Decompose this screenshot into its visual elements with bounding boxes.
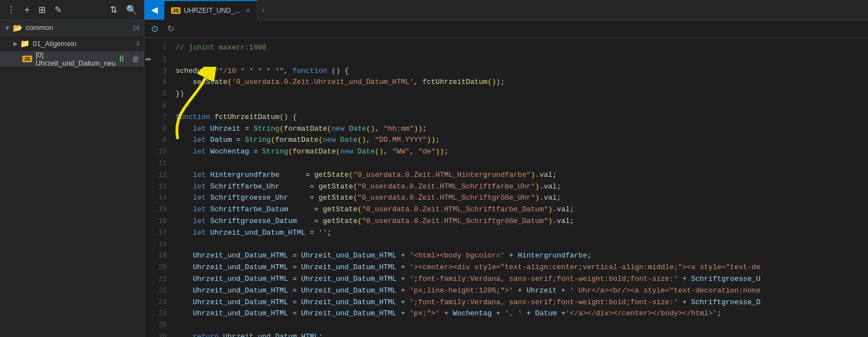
tab-js-badge: JS	[171, 7, 180, 14]
refresh-icon[interactable]: ↻	[165, 22, 177, 35]
folder-name: common	[26, 23, 133, 32]
new-file-icon[interactable]: ⊞	[36, 2, 48, 17]
sidebar: ⋮ + ⊞ ✎ ⇅ 🔍 ▼ 📂 common 14 ▶ 📁 01_Allgeme…	[0, 0, 144, 337]
code-line-7: 7 function fctUhrzeitDatum() {	[144, 112, 868, 123]
code-line-8: 8 let Uhrzeit = String(formatDate(new Da…	[144, 123, 868, 135]
code-line-19: 19 Uhrzeit_und_Datum_HTML = Uhrzeit_und_…	[144, 250, 868, 262]
file-name: [0] Uhrzeit_und_Datum_neu	[36, 51, 116, 67]
target-icon[interactable]: ⊙	[149, 22, 160, 35]
subfolder-count: 3	[136, 40, 139, 47]
code-line-20: 20 Uhrzeit_und_Datum_HTML = Uhrzeit_und_…	[144, 262, 868, 274]
code-line-18: 18	[144, 239, 868, 251]
code-line-1: 1 // jshint maxerr:1000	[144, 42, 868, 54]
tab-bar: ◀ JS UHRZEIT_UND_... × ›	[144, 0, 868, 20]
export-button[interactable]: ➦	[144, 53, 153, 65]
tab-nav-back-button[interactable]: ◀	[144, 0, 164, 19]
editor-area: ◀ JS UHRZEIT_UND_... × › ⊙ ↻ 1 // jshint…	[144, 0, 868, 337]
code-line-25: 25	[144, 320, 868, 331]
subfolder-name: 01_Allgemein	[33, 39, 136, 48]
folder-closed-icon: 📁	[20, 39, 29, 48]
code-line-5: 5 })	[144, 88, 868, 100]
code-line-21: 21 Uhrzeit_und_Datum_HTML = Uhrzeit_und_…	[144, 274, 868, 285]
code-line-12: 12 let Hintergrundfarbe = getState("0_us…	[144, 170, 868, 181]
code-line-4: 4 setState('0_userdata.0.Zeit.Uhrzeit_un…	[144, 77, 868, 88]
code-line-23: 23 Uhrzeit_und_Datum_HTML = Uhrzeit_und_…	[144, 297, 868, 309]
sidebar-toolbar: ⋮ + ⊞ ✎ ⇅ 🔍	[0, 0, 144, 20]
code-line-9: 9 let Datum = String(formatDate(new Date…	[144, 135, 868, 146]
editor-toolbar: ⊙ ↻	[144, 20, 868, 38]
code-line-17: 17 let Uhrzeit_und_Datum_HTML = '';	[144, 227, 868, 239]
dots-icon[interactable]: ⋮	[4, 2, 18, 17]
js-badge: JS	[22, 56, 32, 62]
code-line-6: 6	[144, 100, 868, 112]
sidebar-file-item[interactable]: JS [0] Uhrzeit_und_Datum_neu ⏸ 🗑 ➦	[0, 51, 144, 67]
sidebar-folder-common[interactable]: ▼ 📂 common 14	[0, 20, 144, 36]
edit-icon[interactable]: ✎	[52, 2, 64, 17]
code-line-2: 2	[144, 54, 868, 66]
code-line-26: 26 return Uhrzeit_und_Datum_HTML;	[144, 331, 868, 337]
chevron-down-icon: ▼	[4, 24, 11, 31]
tab-more-button[interactable]: ›	[258, 0, 269, 19]
search-icon[interactable]: 🔍	[124, 2, 139, 17]
delete-button[interactable]: 🗑	[131, 53, 141, 65]
sidebar-subfolder-allgemein[interactable]: ▶ 📁 01_Allgemein 3	[0, 36, 144, 51]
code-line-11: 11	[144, 158, 868, 170]
folder-open-icon: 📂	[13, 23, 22, 32]
code-editor[interactable]: 1 // jshint maxerr:1000 2 3 schedule("*/…	[144, 38, 868, 337]
tab-filename: UHRZEIT_UND_...	[184, 7, 240, 14]
sort-icon[interactable]: ⇅	[108, 2, 119, 17]
add-icon[interactable]: +	[22, 3, 32, 17]
code-line-15: 15 let Schriftfarbe_Datum = getState("0_…	[144, 204, 868, 216]
pause-button[interactable]: ⏸	[116, 53, 127, 65]
code-line-13: 13 let Schriftfarbe_Uhr = getState("0_us…	[144, 181, 868, 193]
code-line-3: 3 schedule("*/10 * * * * *", function ()…	[144, 66, 868, 77]
back-arrow-icon: ◀	[151, 4, 158, 15]
code-line-22: 22 Uhrzeit_und_Datum_HTML = Uhrzeit_und_…	[144, 285, 868, 297]
folder-count: 14	[133, 24, 139, 31]
file-actions: ⏸ 🗑 ➦	[116, 53, 153, 65]
tab-uhrzeit[interactable]: JS UHRZEIT_UND_... ×	[164, 0, 258, 20]
code-line-16: 16 let Schriftgroesse_Datum = getState("…	[144, 216, 868, 227]
chevron-right-icon: ▶	[13, 41, 18, 47]
code-line-14: 14 let Schriftgroesse_Uhr = getState("0_…	[144, 192, 868, 204]
code-line-10: 10 let Wochentag = String(formatDate(new…	[144, 146, 868, 158]
chevron-right-icon: ›	[262, 6, 265, 14]
code-line-24: 24 Uhrzeit_und_Datum_HTML = Uhrzeit_und_…	[144, 308, 868, 320]
tab-close-button[interactable]: ×	[245, 6, 250, 15]
